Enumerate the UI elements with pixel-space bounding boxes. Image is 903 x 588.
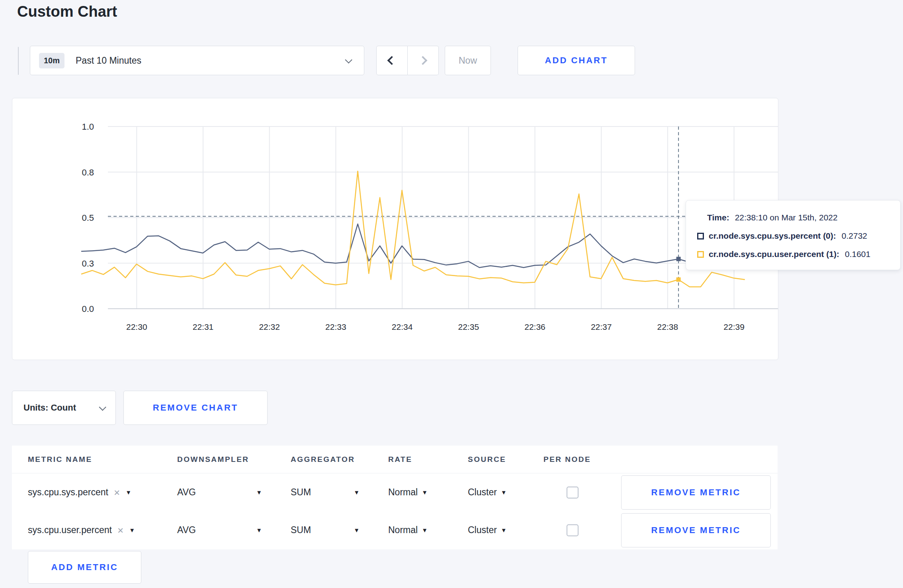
toolbar-left-divider <box>18 47 19 75</box>
chevron-down-icon <box>345 56 352 63</box>
source-value: Cluster <box>468 487 497 498</box>
svg-text:22:36: 22:36 <box>524 322 545 331</box>
caret-down-icon: ▼ <box>501 527 507 533</box>
svg-text:22:37: 22:37 <box>591 322 612 331</box>
rate-select[interactable]: Normal ▼ <box>388 487 468 498</box>
svg-text:0.8: 0.8 <box>82 167 94 177</box>
prev-time-button[interactable] <box>376 46 408 75</box>
next-time-button[interactable] <box>408 46 439 75</box>
chevron-right-icon <box>418 56 428 65</box>
series-sys-swatch-icon <box>697 233 704 239</box>
svg-text:22:33: 22:33 <box>325 322 346 331</box>
tooltip-series-value: 0.2732 <box>842 231 867 241</box>
caret-down-icon: ▼ <box>129 527 135 533</box>
metric-name-value: sys.cpu.user.percent <box>28 525 112 535</box>
svg-text:22:31: 22:31 <box>193 322 214 331</box>
add-metric-button[interactable]: ADD METRIC <box>28 551 141 584</box>
tooltip-series-label: cr.node.sys.cpu.user.percent (1): <box>709 249 839 259</box>
svg-text:0.0: 0.0 <box>82 304 94 314</box>
source-value: Cluster <box>468 525 497 535</box>
caret-down-icon: ▼ <box>354 527 360 533</box>
downsampler-select[interactable]: AVG ▼ <box>177 487 291 498</box>
time-range-badge: 10m <box>39 53 64 68</box>
caret-down-icon: ▼ <box>422 527 428 533</box>
aggregator-select[interactable]: SUM ▼ <box>291 487 388 498</box>
metric-name-select[interactable]: sys.cpu.user.percent × ▼ <box>28 525 177 535</box>
col-header-metric-name: METRIC NAME <box>28 455 177 464</box>
table-row: sys.cpu.user.percent × ▼ AVG ▼ SUM ▼ Nor… <box>12 511 778 549</box>
aggregator-select[interactable]: SUM ▼ <box>291 525 388 535</box>
time-range-selector[interactable]: 10m Past 10 Minutes <box>30 46 364 75</box>
metrics-table-header: METRIC NAME DOWNSAMPLER AGGREGATOR RATE … <box>12 446 778 473</box>
rate-value: Normal <box>388 487 418 498</box>
tooltip-series-value: 0.1601 <box>845 249 870 259</box>
caret-down-icon: ▼ <box>256 489 262 496</box>
tooltip-time-label: Time: <box>707 213 729 222</box>
svg-text:22:30: 22:30 <box>126 322 147 331</box>
clear-metric-icon[interactable]: × <box>117 525 123 535</box>
downsampler-select[interactable]: AVG ▼ <box>177 525 291 535</box>
units-label: Units: Count <box>23 403 76 413</box>
tooltip-series-row: cr.node.sys.cpu.user.percent (1): 0.1601 <box>697 245 900 263</box>
chart-svg[interactable]: 22:3022:3122:3222:3322:3422:3522:3622:37… <box>12 98 779 360</box>
svg-text:22:34: 22:34 <box>392 322 413 331</box>
col-header-source: SOURCE <box>468 455 543 464</box>
caret-down-icon: ▼ <box>501 489 507 496</box>
per-node-checkbox[interactable] <box>567 524 579 536</box>
svg-text:22:39: 22:39 <box>723 322 745 331</box>
chevron-left-icon <box>387 56 397 65</box>
page-title: Custom Chart <box>17 3 117 20</box>
source-select[interactable]: Cluster ▼ <box>468 525 543 535</box>
rate-select[interactable]: Normal ▼ <box>388 525 468 535</box>
chart-hover-tooltip: Time: 22:38:10 on Mar 15th, 2022 cr.node… <box>686 200 901 270</box>
tooltip-series-row: cr.node.sys.cpu.sys.percent (0): 0.2732 <box>697 227 900 245</box>
tooltip-time-row: Time: 22:38:10 on Mar 15th, 2022 <box>697 208 900 227</box>
col-header-aggregator: AGGREGATOR <box>291 455 388 464</box>
caret-down-icon: ▼ <box>256 527 262 533</box>
svg-text:1.0: 1.0 <box>82 122 94 132</box>
col-header-rate: RATE <box>388 455 468 464</box>
time-window-nav <box>376 46 439 75</box>
remove-metric-button[interactable]: REMOVE METRIC <box>621 475 771 510</box>
svg-text:22:32: 22:32 <box>259 322 280 331</box>
remove-metric-button[interactable]: REMOVE METRIC <box>621 513 771 547</box>
table-row: sys.cpu.sys.percent × ▼ AVG ▼ SUM ▼ Norm… <box>12 473 778 511</box>
remove-chart-button[interactable]: REMOVE CHART <box>123 391 268 425</box>
aggregator-value: SUM <box>291 487 311 498</box>
tooltip-series-label: cr.node.sys.cpu.sys.percent (0): <box>709 231 836 241</box>
tooltip-time-value: 22:38:10 on Mar 15th, 2022 <box>735 213 838 222</box>
svg-text:0.3: 0.3 <box>82 259 94 269</box>
add-chart-button[interactable]: ADD CHART <box>518 46 635 75</box>
caret-down-icon: ▼ <box>422 489 428 496</box>
metric-name-select[interactable]: sys.cpu.sys.percent × ▼ <box>28 487 177 498</box>
caret-down-icon: ▼ <box>354 489 360 496</box>
svg-text:0.5: 0.5 <box>82 213 94 223</box>
svg-text:22:38: 22:38 <box>657 322 678 331</box>
per-node-checkbox[interactable] <box>567 487 579 498</box>
chevron-down-icon <box>99 403 106 411</box>
col-header-downsampler: DOWNSAMPLER <box>177 455 291 464</box>
col-header-per-node: PER NODE <box>543 455 621 464</box>
downsampler-value: AVG <box>177 487 196 498</box>
rate-value: Normal <box>388 525 418 535</box>
caret-down-icon: ▼ <box>125 489 131 496</box>
metrics-table: METRIC NAME DOWNSAMPLER AGGREGATOR RATE … <box>12 446 778 549</box>
svg-text:22:35: 22:35 <box>458 322 479 331</box>
metric-name-value: sys.cpu.sys.percent <box>28 487 108 498</box>
series-user-swatch-icon <box>697 251 704 258</box>
downsampler-value: AVG <box>177 525 196 535</box>
now-button[interactable]: Now <box>445 46 491 75</box>
chart-card: 22:3022:3122:3222:3322:3422:3522:3622:37… <box>12 98 778 360</box>
time-range-label: Past 10 Minutes <box>76 55 345 66</box>
clear-metric-icon[interactable]: × <box>114 487 120 498</box>
source-select[interactable]: Cluster ▼ <box>468 487 543 498</box>
aggregator-value: SUM <box>291 525 311 535</box>
units-selector[interactable]: Units: Count <box>12 391 116 425</box>
